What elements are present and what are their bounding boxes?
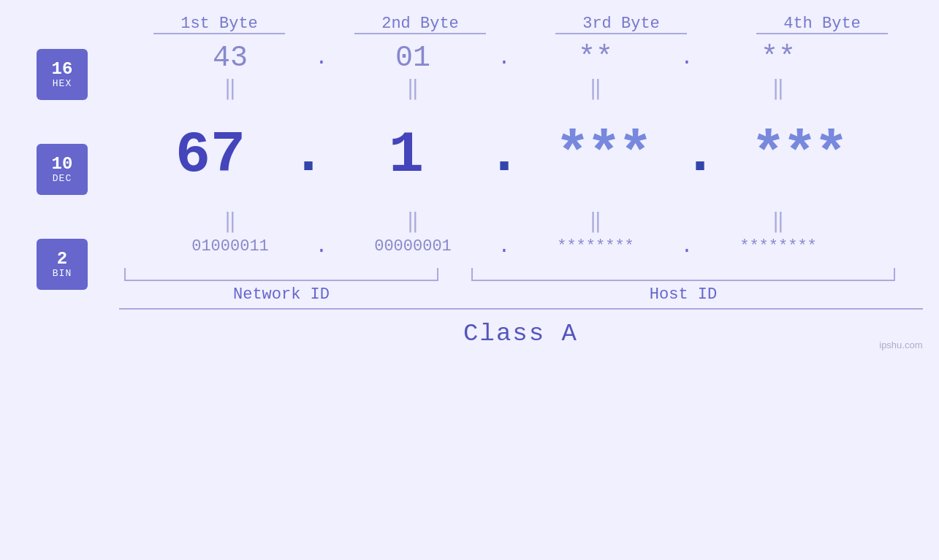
network-id-block: Network ID	[102, 268, 460, 304]
bin-cell-1: 01000011	[150, 237, 311, 256]
labels-column: 16 HEX 10 DEC 2 BIN	[0, 49, 102, 290]
dot-2: .	[493, 47, 515, 69]
dec-cell-1: 67	[130, 122, 291, 188]
byte-header-2: 2nd Byte	[340, 15, 501, 34]
host-id-label: Host ID	[650, 285, 717, 304]
eq-2: ‖	[332, 76, 493, 101]
byte-header-3: 3rd Byte	[541, 15, 702, 34]
hex-badge: 16 HEX	[37, 49, 88, 100]
equals-row-1: ‖ ‖ ‖ ‖	[102, 76, 906, 101]
bracket-2	[354, 33, 486, 34]
network-id-label: Network ID	[233, 285, 330, 304]
bracket-1	[153, 33, 285, 34]
dot-3: .	[676, 47, 698, 69]
eq-3: ‖	[515, 76, 676, 101]
bin-dot-3: .	[676, 235, 698, 258]
eq2-4: ‖	[698, 209, 859, 234]
class-label: Class A	[463, 320, 578, 348]
dec-dot-1: .	[291, 102, 326, 207]
hex-cell-2: 01	[332, 42, 493, 74]
dec-cell-3: ***	[522, 122, 683, 188]
dec-dot-3: .	[683, 102, 718, 207]
byte-header-1: 1st Byte	[139, 15, 300, 34]
bin-dot-1: .	[311, 235, 332, 258]
host-id-block: Host ID	[460, 268, 906, 304]
bin-cell-3: ********	[515, 237, 676, 256]
bin-row: 01000011 . 00000001 . ******** . *******…	[102, 235, 906, 258]
bin-cell-2: 00000001	[332, 237, 493, 256]
dot-1: .	[311, 47, 332, 69]
dec-badge: 10 DEC	[37, 144, 88, 195]
bin-cell-4: ********	[698, 237, 859, 256]
eq2-3: ‖	[515, 209, 676, 234]
eq2-2: ‖	[332, 209, 493, 234]
bracket-4	[756, 33, 888, 34]
dec-dot-2: .	[487, 102, 522, 207]
host-id-bracket	[471, 268, 895, 281]
dec-cell-2: 1	[326, 122, 487, 188]
footer-area: Class A ipshu.com	[119, 308, 923, 348]
equals-row-2: ‖ ‖ ‖ ‖	[102, 209, 906, 234]
dec-row: 67 . 1 . *** . ***	[102, 102, 906, 207]
eq2-1: ‖	[150, 209, 311, 234]
hex-row: 43 . 01 . ** . **	[102, 42, 906, 74]
eq-4: ‖	[698, 76, 859, 101]
hex-cell-3: **	[515, 42, 676, 74]
hex-cell-1: 43	[150, 42, 311, 74]
eq-1: ‖	[150, 76, 311, 101]
main-container: 1st Byte 2nd Byte 3rd Byte 4th Byte 16 H…	[0, 0, 939, 560]
bin-dot-2: .	[493, 235, 515, 258]
bracket-3	[555, 33, 687, 34]
byte-headers-row: 1st Byte 2nd Byte 3rd Byte 4th Byte	[119, 15, 923, 34]
bin-badge: 2 BIN	[37, 239, 88, 290]
hex-cell-4: **	[698, 42, 859, 74]
dec-cell-4: ***	[718, 122, 878, 188]
network-id-bracket	[124, 268, 438, 281]
byte-header-4: 4th Byte	[742, 15, 902, 34]
watermark: ipshu.com	[879, 340, 922, 350]
